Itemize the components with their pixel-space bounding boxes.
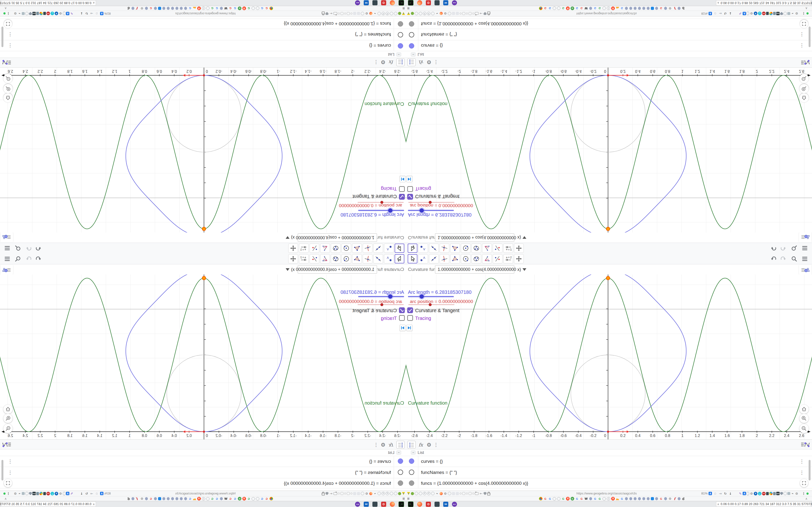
sphere-icon[interactable] [769, 12, 773, 15]
redo-button[interactable] [25, 255, 33, 263]
gray-globe-icon[interactable] [377, 12, 381, 15]
lock-icon[interactable] [322, 493, 325, 495]
circle-icon[interactable] [469, 12, 471, 15]
tool-conic-button[interactable] [331, 254, 341, 264]
visibility-toggle-curves[interactable] [398, 43, 403, 49]
address-bar[interactable]: https://www.geogebra.org/classic/aagcxh3… [556, 11, 657, 16]
tool-slider-button[interactable]: a = 2 [299, 243, 309, 253]
ice-red-icon[interactable]: ICE [762, 492, 766, 495]
graphics-stylebar-button[interactable] [799, 232, 812, 242]
algebra-more-button[interactable]: ⋮ [373, 58, 378, 66]
thumb-icon[interactable] [22, 12, 24, 15]
community-icon[interactable] [633, 497, 637, 501]
trash-dark-icon[interactable] [766, 492, 769, 495]
yandex-icon[interactable]: Я [197, 497, 201, 501]
row-menu-icon[interactable]: ⋮ [8, 43, 12, 49]
google-blue-icon[interactable]: G [233, 497, 237, 501]
visibility-toggle-curves[interactable] [409, 458, 414, 464]
zoom-in-button[interactable] [800, 84, 809, 93]
function-dropdown[interactable]: 1.000000000000 + cos(4.000000000000 x) [435, 233, 514, 242]
row-menu-icon[interactable]: ⋮ [8, 469, 12, 475]
shield-cyan-icon[interactable]: ⌄ [758, 492, 761, 495]
oval-icon[interactable] [747, 492, 749, 495]
yandex-icon[interactable]: Я [242, 497, 246, 501]
wrench-gray-icon[interactable]: ⌁ [791, 492, 794, 495]
visibility-toggle-funcs[interactable] [398, 21, 403, 26]
algebra-scrollbar[interactable] [1, 26, 3, 47]
input-help-button[interactable]: fx [417, 58, 424, 66]
chrome-icon[interactable] [269, 6, 273, 10]
google-green-icon[interactable]: G [561, 6, 565, 10]
zoom-in-button[interactable] [3, 84, 12, 93]
tool-move-graphics-button[interactable] [288, 243, 298, 253]
W-icon[interactable]: W [224, 497, 227, 501]
tool-conic-button[interactable] [471, 254, 481, 264]
gear-icon[interactable]: ⚙ [59, 12, 62, 15]
tool-move-button[interactable] [395, 254, 404, 264]
fullscreen-button[interactable] [4, 479, 12, 487]
community-icon[interactable] [664, 497, 667, 501]
screen-recorder-icon[interactable] [435, 0, 440, 6]
pale-icon[interactable] [456, 492, 459, 495]
arc-length-slider[interactable] [358, 210, 404, 211]
v-logo-icon[interactable]: V [407, 12, 410, 15]
gray-globe-icon[interactable] [603, 497, 606, 501]
terminal-icon[interactable]: >_ [399, 0, 404, 6]
settings-gear-icon[interactable]: ⚙ [668, 6, 672, 10]
google-red-icon[interactable]: G [580, 497, 583, 501]
photos-icon[interactable] [193, 497, 196, 500]
google-blue-icon[interactable]: G [188, 6, 192, 10]
google-green-icon[interactable]: G [247, 497, 251, 501]
reload-icon[interactable]: ↻ [723, 12, 727, 15]
zoom-in-button[interactable] [3, 414, 12, 423]
trash-dark-icon[interactable] [43, 12, 46, 15]
system-settings-icon[interactable]: ⚙ [381, 0, 386, 6]
google-blue-icon[interactable]: G [575, 6, 579, 10]
gray-globe-icon[interactable] [206, 7, 209, 10]
tool-slider-button[interactable]: a = 2 [299, 254, 309, 264]
translate-icon[interactable]: A [100, 492, 103, 495]
algebra-scrollbar[interactable] [809, 26, 811, 47]
gray-globe-icon[interactable] [419, 12, 422, 15]
google-blue-icon[interactable]: G [215, 6, 219, 10]
home-button[interactable] [3, 93, 12, 102]
gauge-icon[interactable] [423, 12, 426, 15]
google-red-icon[interactable]: G [580, 6, 583, 10]
shield-icon[interactable] [325, 12, 328, 15]
settings-gear-icon[interactable]: ⚙ [140, 497, 144, 501]
undo-button[interactable] [770, 255, 778, 263]
row-menu-icon[interactable]: ⋮ [800, 43, 804, 49]
community-icon[interactable] [171, 497, 174, 501]
main-menu-button[interactable] [801, 244, 809, 252]
google-blue-icon[interactable]: G [620, 497, 624, 501]
tool-conic-button[interactable] [471, 243, 481, 253]
green-circle-icon[interactable] [411, 12, 414, 15]
google-blue-icon[interactable]: G [215, 497, 219, 501]
google-blue-icon[interactable]: G [575, 497, 579, 501]
google-green-icon[interactable]: G [598, 6, 602, 10]
main-menu-button[interactable] [3, 244, 11, 252]
graphics-view[interactable]: -2.6-2.4-2.2-2-1.8-1.6-1.4-1.2-1-0.8-0.6… [406, 68, 812, 232]
gauge-icon[interactable] [382, 12, 385, 15]
trash-gray-icon[interactable] [773, 12, 776, 15]
collapse-list-button[interactable]: − [396, 52, 401, 56]
firefox-icon[interactable] [390, 0, 395, 6]
page-zoom-badge[interactable]: 81% [104, 11, 111, 16]
chevron-up-icon[interactable]: ∧ [93, 503, 95, 506]
graphics-stylebar-button[interactable] [0, 232, 13, 242]
uo-icon[interactable]: UO [776, 12, 779, 15]
function-dropdown[interactable]: 1.000000000000 + cos(4.000000000000 x) [435, 265, 514, 274]
arc-length-slider-handle[interactable] [419, 208, 424, 213]
dot-small-icon[interactable] [344, 493, 346, 495]
screen-recorder-icon[interactable] [435, 502, 440, 507]
algebra-scrollbar[interactable] [809, 460, 811, 481]
paw-icon[interactable] [682, 7, 685, 10]
google-red-icon[interactable]: G [265, 497, 268, 501]
community-icon[interactable] [629, 7, 632, 10]
facebook-icon[interactable]: f [673, 497, 676, 501]
W-icon[interactable]: W [585, 497, 588, 501]
undo-button[interactable] [34, 255, 42, 263]
dot-small-icon[interactable] [344, 12, 346, 14]
emulator-64-icon[interactable]: 64 [443, 0, 448, 6]
lock-icon[interactable] [322, 12, 325, 14]
